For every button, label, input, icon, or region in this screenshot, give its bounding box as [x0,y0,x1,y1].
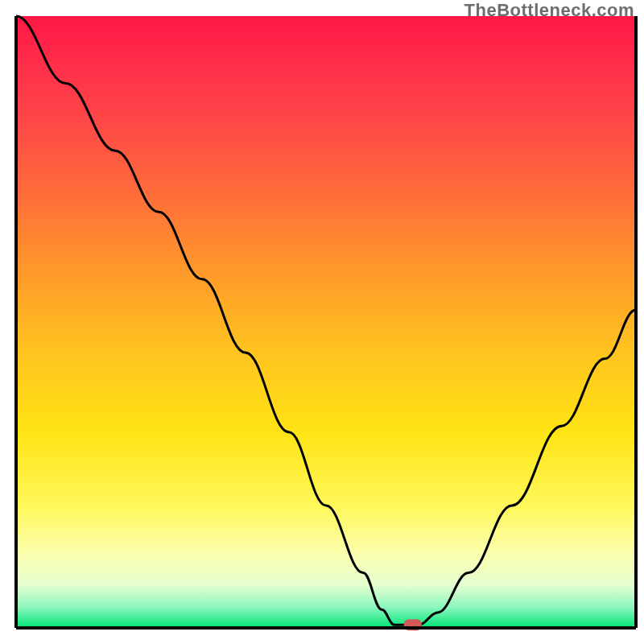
attribution-text: TheBottleneck.com [464,0,634,21]
chart-container: TheBottleneck.com [0,0,644,644]
bottleneck-chart [0,0,644,644]
plot-background [16,16,636,628]
